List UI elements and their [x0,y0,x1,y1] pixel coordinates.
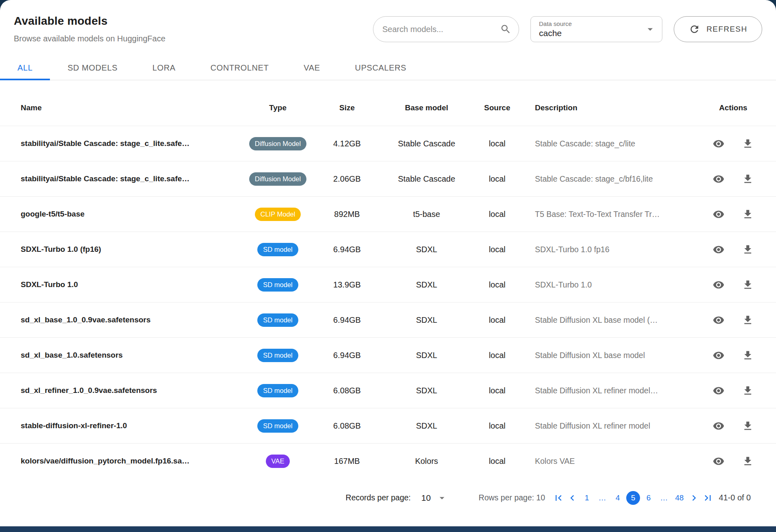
header-titles: Available models Browse available models… [14,15,166,43]
model-base: Kolors [387,457,466,466]
download-button[interactable] [742,243,754,255]
model-type-cell: Diffusion Model [248,172,307,186]
view-button[interactable] [713,420,725,432]
last-page-button[interactable] [701,491,715,505]
visibility-icon [713,208,724,220]
row-actions [690,314,776,326]
model-size: 6.08GB [307,386,387,395]
table-row[interactable]: stabilityai/Stable Cascade: stage_c_lite… [0,161,776,196]
view-button[interactable] [713,208,725,220]
tab[interactable]: CONTROLNET [193,56,286,80]
table-row[interactable]: sd_xl_base_1.0_0.9vae.safetensors SD mod… [0,302,776,337]
search-input[interactable] [382,25,500,34]
download-button[interactable] [742,137,754,150]
page-number[interactable]: … [595,491,609,505]
download-button[interactable] [742,455,754,467]
available-models-panel: Available models Browse available models… [0,0,776,526]
type-chip: SD model [257,384,298,397]
model-type-cell: SD model [248,419,307,433]
table-row[interactable]: sd_xl_base_1.0.safetensors SD model 6.94… [0,337,776,373]
model-source: local [466,174,528,184]
model-size: 6.08GB [307,421,387,431]
model-description: SDXL-Turbo 1.0 [528,280,690,290]
chevron-right-icon [688,492,700,504]
arrow-drop-down-icon[interactable] [436,492,448,504]
model-type-cell: CLIP Model [248,208,307,221]
model-size: 2.06GB [307,174,387,184]
refresh-button[interactable]: REFRESH [674,16,762,42]
download-button[interactable] [742,420,754,432]
column-header-type: Type [248,103,307,112]
view-button[interactable] [713,384,725,397]
type-chip: SD model [257,313,298,327]
table-row[interactable]: google-t5/t5-base CLIP Model 892MB t5-ba… [0,196,776,232]
page-range-label: 41-0 of 0 [719,493,751,502]
download-button[interactable] [742,314,754,326]
model-source: local [466,315,528,325]
model-size: 167MB [307,457,387,466]
download-button[interactable] [742,279,754,291]
model-description: Stable Diffusion XL refiner model… [528,386,690,395]
table-row[interactable]: kolors/vae/diffusion_pytorch_model.fp16.… [0,443,776,478]
download-button[interactable] [742,384,754,397]
row-actions [690,349,776,361]
download-icon [742,420,754,432]
first-page-button[interactable] [552,491,565,505]
table-row[interactable]: stable-diffusion-xl-refiner-1.0 SD model… [0,408,776,443]
column-header-size: Size [307,103,387,112]
data-source-select[interactable]: Data source cache [530,16,662,42]
model-name: stabilityai/Stable Cascade: stage_c_lite… [0,139,248,148]
column-header-name: Name [0,103,248,112]
table-row[interactable]: SDXL-Turbo 1.0 SD model 13.9GB SDXL loca… [0,267,776,302]
bottom-strip [0,526,776,532]
row-actions [690,243,776,255]
page-number[interactable]: … [657,491,671,505]
page-number[interactable]: 48 [673,491,686,505]
table-row[interactable]: sd_xl_refiner_1.0_0.9vae.safetensors SD … [0,373,776,408]
model-base: SDXL [387,386,466,395]
page-number[interactable]: 1 [580,491,594,505]
tab[interactable]: UPSCALERS [338,56,424,80]
download-button[interactable] [742,173,754,185]
model-source: local [466,351,528,360]
tab[interactable]: VAE [286,56,337,80]
tab-bar: ALL SD MODELS LORA CONTROLNET VAE UPSCAL… [0,56,776,80]
page-number[interactable]: 4 [611,491,625,505]
page-number[interactable]: 5 [626,491,640,505]
first-page-icon [553,492,564,504]
rows-per-page-label: Rows per page: 10 [479,493,545,502]
header-controls: Data source cache REFRESH [373,16,762,42]
view-button[interactable] [713,173,725,185]
table-row[interactable]: SDXL-Turbo 1.0 (fp16) SD model 6.94GB SD… [0,232,776,267]
previous-page-button[interactable] [565,491,579,505]
tab[interactable]: LORA [135,56,193,80]
tab[interactable]: SD MODELS [50,56,135,80]
data-source-value: cache [539,28,644,38]
type-chip: Diffusion Model [249,172,306,186]
download-button[interactable] [742,208,754,220]
pagination-bar: Records per page: 10 Rows per page: 10 1 [0,478,776,517]
row-actions [690,420,776,432]
view-button[interactable] [713,137,725,150]
records-per-page: Records per page: 10 [346,492,448,504]
next-page-button[interactable] [687,491,701,505]
records-per-page-value[interactable]: 10 [421,493,431,503]
view-button[interactable] [713,279,725,291]
visibility-icon [713,138,724,150]
page-number[interactable]: 6 [642,491,655,505]
model-source: local [466,245,528,254]
view-button[interactable] [713,314,725,326]
download-button[interactable] [742,349,754,361]
view-button[interactable] [713,243,725,255]
download-icon [742,350,754,361]
view-button[interactable] [713,349,725,361]
tab[interactable]: ALL [0,56,50,80]
chevron-left-icon [567,492,578,504]
type-chip: SD model [257,419,298,433]
models-table: Name Type Size Base model Source Descrip… [0,80,776,478]
table-row[interactable]: stabilityai/Stable Cascade: stage_c_lite… [0,126,776,161]
visibility-icon [713,173,724,185]
view-button[interactable] [713,455,725,467]
download-icon [742,314,754,326]
refresh-label: REFRESH [707,25,748,34]
